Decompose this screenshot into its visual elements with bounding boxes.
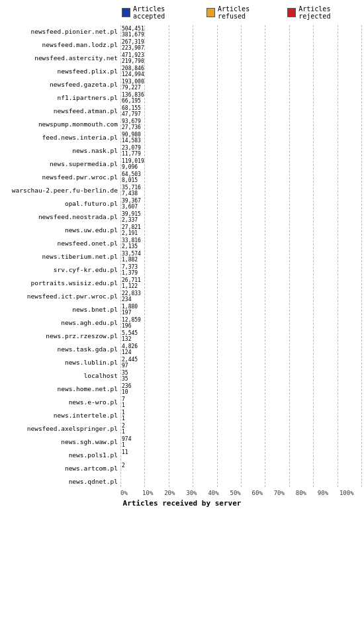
table-row: portraits.wsisiz.edu.pl26,7111,122	[3, 277, 361, 289]
bar-area: 119,0199,096	[120, 158, 361, 169]
table-row: newsfeed.gazeta.pl193,00079,227	[3, 78, 361, 90]
row-label: news.lublin.pl	[3, 359, 120, 366]
refused-value: 1	[122, 416, 125, 422]
refused-value: 1,882	[122, 257, 141, 263]
bar-value-labels: 119,0199,096	[120, 159, 144, 171]
row-label: news.home.net.pl	[3, 385, 120, 392]
chart-container: Articles accepted Articles refused Artic…	[0, 0, 364, 534]
x-tick: 100%	[340, 490, 361, 496]
refused-value: 219,790	[122, 59, 144, 65]
bar-value-labels: 23,07911,779	[120, 146, 141, 158]
row-label: newsfeed.pwr.wroc.pl	[3, 173, 120, 181]
bar-area: 23,07911,779	[120, 144, 361, 156]
x-tick: 0%	[120, 490, 142, 496]
table-row: news.agh.edu.pl12,859196	[3, 316, 361, 328]
table-row: news.supermedia.pl119,0199,096	[3, 158, 361, 169]
refused-value: 9,096	[122, 165, 144, 171]
bar-area: 71	[120, 396, 361, 408]
bar-area: 33,5741,882	[120, 250, 361, 262]
bar-area: 4,826124	[120, 343, 361, 355]
refused-value: 27,736	[122, 125, 141, 131]
refused-value: 2,337	[122, 218, 141, 224]
refused-value: 2,135	[122, 244, 141, 250]
row-label: newsfeed.man.lodz.pl	[3, 41, 120, 48]
bar-area: 267,319223,907	[120, 38, 361, 50]
bar-value-labels: 3535	[120, 371, 128, 383]
row-label: news.agh.edu.pl	[3, 319, 120, 326]
accepted-value: 2	[122, 463, 125, 469]
refused-value: 66,195	[122, 99, 144, 105]
refused-value: 1,122	[122, 284, 141, 290]
table-row: news.intertele.pl11	[3, 409, 361, 421]
refused-value: 3,607	[122, 204, 141, 210]
refused-value: 1	[122, 443, 131, 449]
row-label: feed.news.interia.pl	[3, 134, 120, 141]
bar-value-labels: 504,451381,679	[120, 26, 144, 38]
bar-area: 11	[120, 449, 361, 461]
bar-area: 208,846124,994	[120, 65, 361, 77]
table-row: newsfeed.astercity.net471,923219,790	[3, 52, 361, 64]
refused-value: 124,994	[122, 72, 144, 78]
bar-area: 39,3673,607	[120, 197, 361, 209]
rows-wrapper: newsfeed.pionier.net.pl504,451381,679new…	[3, 25, 361, 487]
table-row: news.tiberium.net.pl33,5741,882	[3, 250, 361, 262]
x-tick: 90%	[318, 490, 340, 496]
bar-area: 9741	[120, 435, 361, 447]
x-tick: 50%	[230, 490, 251, 496]
x-tick: 60%	[252, 490, 274, 496]
refused-value: 35	[122, 377, 128, 383]
table-row: srv.cyf-kr.edu.pl7,3731,379	[3, 263, 361, 275]
refused-value: 196	[122, 324, 141, 330]
legend-refused-box	[206, 8, 215, 17]
bar-area: 3535	[120, 369, 361, 381]
bar-area: 26,7111,122	[120, 277, 361, 289]
bar-value-labels: 5,545132	[120, 331, 138, 343]
table-row: newsfeed.ict.pwr.wroc.pl22,833234	[3, 290, 361, 302]
legend-rejected-box	[287, 8, 296, 17]
table-row: news.pols1.pl11	[3, 449, 361, 461]
legend-accepted-box	[122, 8, 130, 17]
bar-area	[120, 475, 361, 487]
refused-value: 2,191	[122, 231, 141, 237]
bar-value-labels: 7,3731,379	[120, 265, 138, 277]
table-row: news.sgh.waw.pl9741	[3, 435, 361, 447]
bar-value-labels: 71	[120, 397, 125, 409]
bar-area: 64,5038,015	[120, 171, 361, 183]
row-label: portraits.wsisiz.edu.pl	[3, 279, 120, 287]
table-row: nf1.ipartners.pl136,83666,195	[3, 91, 361, 103]
bar-area: 2,44597	[120, 356, 361, 368]
bar-value-labels: 267,319223,907	[120, 40, 144, 52]
bar-area: 33,8162,135	[120, 237, 361, 249]
x-tick: 80%	[296, 490, 318, 496]
legend-refused: Articles refused	[206, 5, 277, 20]
bar-value-labels: 2	[120, 463, 125, 469]
table-row: news.task.gda.pl4,826124	[3, 343, 361, 355]
table-row: newsfeed.pwr.wroc.pl64,5038,015	[3, 171, 361, 183]
bar-area: 68,15547,797	[120, 105, 361, 116]
legend-rejected-label: Articles rejected	[298, 5, 361, 20]
row-label: newsfeed.axelspringer.pl	[3, 425, 120, 432]
refused-value: 223,907	[122, 46, 144, 52]
row-label: warschau-2.peer.fu-berlin.de	[3, 187, 120, 194]
table-row: news.lublin.pl2,44597	[3, 356, 361, 368]
refused-value: 14,583	[122, 138, 141, 144]
bar-value-labels: 12,859196	[120, 318, 141, 330]
bar-area: 2	[120, 462, 361, 474]
bar-value-labels: 11	[120, 410, 125, 422]
refused-value: 132	[122, 337, 138, 343]
table-row: news.home.net.pl23610	[3, 383, 361, 394]
row-label: news.task.gda.pl	[3, 345, 120, 353]
row-label: news.prz.rzeszow.pl	[3, 332, 120, 339]
bar-area: 136,83666,195	[120, 91, 361, 103]
table-row: news.e-wro.pl71	[3, 396, 361, 408]
refused-value: 381,679	[122, 32, 144, 38]
bar-value-labels: 68,15547,797	[120, 106, 141, 118]
bar-value-labels: 11	[120, 450, 128, 456]
row-label: news.bnet.pl	[3, 306, 120, 313]
bar-value-labels: 208,846124,994	[120, 66, 144, 78]
row-label: news.pols1.pl	[3, 451, 120, 459]
row-label: news.tiberium.net.pl	[3, 253, 120, 260]
bar-value-labels: 33,8162,135	[120, 238, 141, 250]
refused-value: 124	[122, 350, 138, 356]
refused-value: 11,779	[122, 152, 141, 158]
